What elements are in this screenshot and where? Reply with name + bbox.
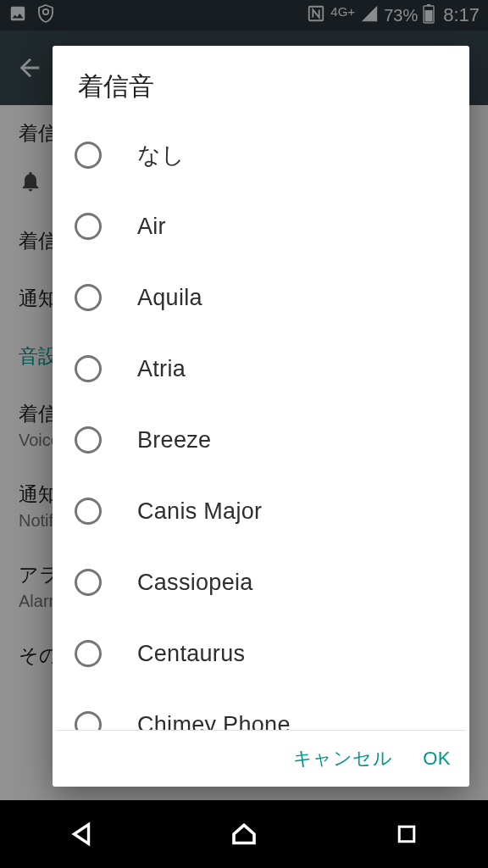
ringtone-list[interactable]: なし Air Aquila Atria Breeze Canis Major C…	[53, 120, 469, 730]
radio-unchecked-icon[interactable]	[75, 142, 102, 169]
radio-unchecked-icon[interactable]	[75, 213, 102, 240]
ringtone-label: Canis Major	[137, 498, 262, 525]
radio-unchecked-icon[interactable]	[75, 426, 102, 453]
ringtone-option[interactable]: Cassiopeia	[59, 547, 463, 618]
ringtone-label: Air	[137, 214, 166, 240]
ok-button[interactable]: OK	[423, 748, 451, 770]
ringtone-option[interactable]: Canis Major	[59, 476, 463, 547]
nav-recent-button[interactable]	[388, 815, 425, 853]
radio-unchecked-icon[interactable]	[75, 569, 102, 596]
ringtone-option[interactable]: Chimey Phone	[59, 689, 463, 730]
navigation-bar	[0, 800, 488, 868]
ringtone-label: なし	[137, 140, 186, 170]
radio-unchecked-icon[interactable]	[75, 711, 102, 730]
ringtone-dialog: 着信音 なし Air Aquila Atria Breeze Canis Maj…	[53, 46, 469, 787]
ringtone-option[interactable]: Breeze	[59, 404, 463, 476]
radio-unchecked-icon[interactable]	[75, 498, 102, 525]
dialog-title: 着信音	[53, 46, 469, 120]
radio-unchecked-icon[interactable]	[75, 355, 102, 382]
ringtone-option[interactable]: なし	[59, 120, 463, 191]
ringtone-label: Atria	[137, 356, 186, 382]
ringtone-label: Breeze	[137, 427, 211, 453]
cancel-button[interactable]: キャンセル	[293, 746, 393, 771]
radio-unchecked-icon[interactable]	[75, 640, 102, 667]
nav-home-button[interactable]	[225, 815, 263, 853]
ringtone-option[interactable]: Air	[59, 191, 463, 262]
ringtone-option[interactable]: Atria	[59, 333, 463, 404]
nav-back-button[interactable]	[63, 815, 100, 853]
radio-unchecked-icon[interactable]	[75, 284, 102, 311]
ringtone-option[interactable]: Centaurus	[59, 618, 463, 689]
ringtone-option[interactable]: Aquila	[59, 262, 463, 333]
svg-rect-5	[399, 826, 414, 842]
ringtone-label: Centaurus	[137, 641, 245, 667]
ringtone-label: Cassiopeia	[137, 570, 253, 596]
ringtone-label: Aquila	[137, 285, 202, 311]
ringtone-label: Chimey Phone	[137, 712, 291, 731]
